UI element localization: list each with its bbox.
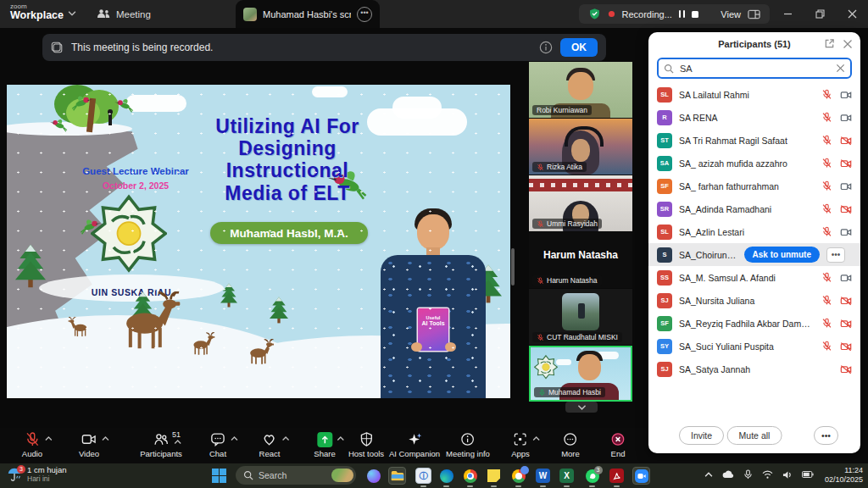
invite-button[interactable]: Invite (679, 426, 724, 445)
participant-row[interactable]: S SA_Choirunnisyak Ask to unmute ••• (648, 243, 860, 266)
video-tile[interactable]: Robi Kurniawan (529, 62, 632, 118)
participant-name: SA_Reyziq Fadhila Akbar Damanik (679, 319, 815, 329)
participant-row[interactable]: SL SA_Azlin Lestari (648, 220, 860, 243)
participants-icon (153, 431, 170, 447)
file-explorer-icon[interactable] (388, 467, 406, 485)
view-layout-icon[interactable] (748, 9, 760, 19)
zoom-app-icon[interactable] (632, 467, 650, 485)
info-icon[interactable] (539, 41, 553, 54)
whatsapp-icon[interactable]: 3 (583, 467, 601, 485)
avatar: S (657, 247, 672, 263)
footer-more-button[interactable]: ••• (814, 426, 838, 445)
onedrive-icon[interactable] (722, 470, 734, 479)
participant-row[interactable]: SR SA_Adinda Ramadhani (648, 197, 860, 220)
video-button[interactable]: Video (79, 431, 99, 458)
apps-button[interactable]: Apps (511, 431, 530, 458)
search-icon (243, 470, 253, 480)
start-button[interactable] (210, 467, 228, 485)
tab-meeting[interactable]: Meeting (97, 0, 151, 28)
video-tile[interactable]: Ummi Rasyidah (529, 175, 632, 231)
chevron-up-icon[interactable] (102, 436, 109, 441)
battery-icon[interactable] (802, 470, 814, 479)
sticky-notes-icon[interactable] (485, 467, 503, 485)
display-name: Harum Natasha (529, 249, 632, 261)
chevron-down-icon[interactable] (68, 10, 76, 16)
participant-row[interactable]: SF SA_Reyziq Fadhila Akbar Damanik (648, 312, 860, 335)
close-panel-icon[interactable] (843, 39, 853, 49)
chrome-profile-icon[interactable] (509, 467, 527, 485)
recording-banner: This meeting is being recorded. OK (42, 34, 606, 61)
taskbar-search[interactable]: Search (236, 466, 356, 485)
ok-button[interactable]: OK (560, 38, 598, 57)
chevron-up-icon[interactable] (45, 436, 53, 441)
share-button[interactable]: Share (314, 431, 335, 458)
chevron-up-icon[interactable] (533, 436, 541, 441)
more-button[interactable]: More (561, 431, 580, 458)
collapse-thumbnails-button[interactable] (565, 402, 598, 413)
participant-row[interactable]: SY SA_Suci Yuliani Puspita (648, 335, 860, 358)
video-tile[interactable]: Rizka Atika (529, 119, 632, 175)
participant-row[interactable]: SJ SA_Satya Jannah (648, 358, 860, 380)
copilot-icon[interactable] (364, 467, 382, 485)
video-tile[interactable]: CUT Raudhatul MISKI (529, 289, 632, 345)
participant-name: SA_ azizah mufida azzahro (679, 158, 815, 169)
participant-row[interactable]: SL SA Lailatul Rahmi (648, 83, 860, 106)
tray-chevron-icon[interactable] (704, 472, 713, 478)
participant-row[interactable]: SA SA_ azizah mufida azzahro (648, 152, 860, 175)
video-tile-active-speaker[interactable]: Muhamad Hasbi (529, 346, 632, 402)
close-button[interactable] (836, 0, 868, 28)
participants-button[interactable]: 51 Participants (140, 431, 182, 458)
chevron-up-icon[interactable] (337, 436, 344, 441)
tab-options-icon[interactable]: ••• (357, 7, 372, 22)
participant-more-button[interactable]: ••• (826, 247, 845, 263)
mic-muted-icon (821, 180, 832, 191)
scrollbar[interactable] (511, 248, 515, 286)
word-icon[interactable]: W (534, 467, 552, 485)
mic-muted-icon (537, 334, 544, 341)
video-tile[interactable]: Harum Natasha Harum Natasha (529, 232, 632, 288)
chat-button[interactable]: Chat (209, 431, 226, 458)
edge-icon[interactable] (437, 467, 455, 485)
chrome-icon[interactable] (461, 467, 479, 485)
participant-row[interactable]: SS SA_M. Samsul A. Afandi (648, 266, 860, 289)
ai-companion-button[interactable]: AI Companion (389, 431, 440, 458)
host-tools-button[interactable]: Host tools (348, 431, 384, 458)
clear-search-icon[interactable] (836, 64, 845, 73)
settings-app-icon[interactable]: ⓘ (415, 467, 432, 485)
tab-shared-screen[interactable]: Muhamad Hasbi's screen ••• (236, 0, 380, 28)
camera-on-icon (840, 226, 852, 238)
minimize-button[interactable] (771, 0, 804, 28)
camera-off-icon (840, 158, 852, 169)
view-label[interactable]: View (721, 9, 741, 19)
chevron-up-icon[interactable] (282, 436, 290, 441)
react-button[interactable]: React (259, 431, 281, 458)
participant-row[interactable]: R SA RENA (648, 106, 860, 129)
participant-row[interactable]: SJ SA_Nursita Juliana (648, 289, 860, 312)
participant-row[interactable]: SF SA_ farhan fathurrahman (648, 175, 860, 197)
avatar: SF (657, 179, 672, 194)
stop-recording-button[interactable] (692, 11, 698, 18)
taskbar-clock[interactable]: 11:24 02/10/2025 (825, 466, 863, 485)
pause-recording-button[interactable] (679, 10, 686, 18)
participants-search[interactable] (657, 58, 852, 79)
excel-icon[interactable]: X (558, 467, 576, 485)
mute-all-button[interactable]: Mute all (727, 426, 782, 445)
pop-out-icon[interactable] (824, 38, 835, 49)
security-shield-icon[interactable] (588, 8, 601, 20)
weather-widget[interactable]: 3 1 cm hujan Hari ini (7, 465, 66, 483)
chevron-up-icon[interactable] (174, 440, 181, 445)
restore-button[interactable] (804, 0, 836, 28)
participant-row[interactable]: ST SA Tri Rahmat Ragil Safaat (648, 129, 860, 152)
meeting-info-button[interactable]: Meeting info (446, 431, 490, 458)
search-input[interactable] (678, 63, 832, 75)
tray-mic-icon[interactable] (743, 469, 753, 480)
ask-to-unmute-button[interactable]: Ask to unmute (744, 247, 820, 263)
end-meeting-button[interactable]: End (610, 431, 626, 458)
mic-muted-icon (537, 277, 544, 285)
speaker-icon[interactable] (782, 470, 793, 480)
audio-button[interactable]: Audio (22, 431, 42, 458)
search-highlight-image[interactable] (331, 469, 353, 482)
wifi-icon[interactable] (762, 470, 773, 479)
acrobat-icon[interactable] (608, 467, 626, 485)
chevron-up-icon[interactable] (231, 436, 238, 441)
